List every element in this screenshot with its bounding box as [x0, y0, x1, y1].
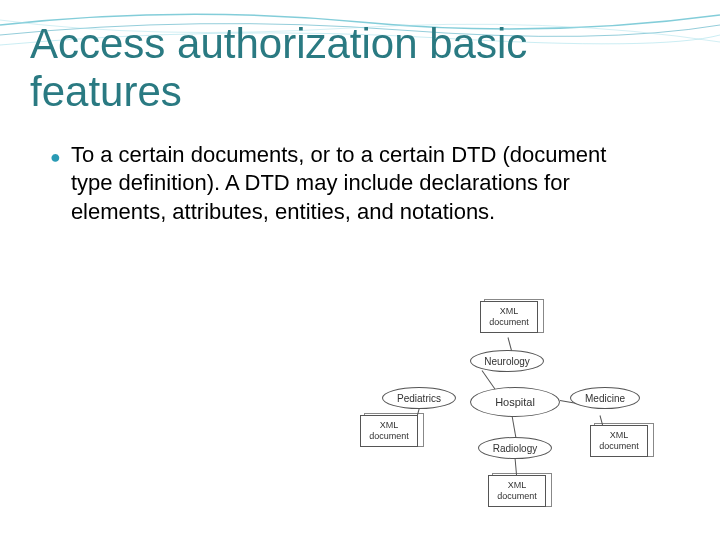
xml-doc-left: XML document — [360, 415, 418, 447]
xml-doc-top: XML document — [480, 301, 538, 333]
hospital-diagram: XML document Neurology XML document Pedi… — [360, 295, 660, 520]
xml-doc-label: XML document — [599, 430, 639, 451]
node-neurology: Neurology — [470, 350, 544, 372]
slide-content: Access authorization basic features ● To… — [0, 0, 720, 540]
xml-doc-label: XML document — [497, 480, 537, 501]
xml-doc-label: XML document — [369, 420, 409, 441]
node-label: Neurology — [484, 356, 530, 367]
node-hospital: Hospital — [470, 387, 560, 417]
node-radiology: Radiology — [478, 437, 552, 459]
slide-title: Access authorization basic features — [30, 20, 690, 117]
xml-doc-label: XML document — [489, 306, 529, 327]
node-label: Medicine — [585, 393, 625, 404]
bullet-icon: ● — [50, 143, 61, 171]
bullet-list: ● To a certain documents, or to a certai… — [50, 141, 650, 227]
node-label: Hospital — [495, 396, 535, 408]
node-label: Radiology — [493, 443, 537, 454]
xml-doc-bottom: XML document — [488, 475, 546, 507]
bullet-item: ● To a certain documents, or to a certai… — [50, 141, 650, 227]
node-pediatrics: Pediatrics — [382, 387, 456, 409]
xml-doc-right: XML document — [590, 425, 648, 457]
node-label: Pediatrics — [397, 393, 441, 404]
node-medicine: Medicine — [570, 387, 640, 409]
bullet-text: To a certain documents, or to a certain … — [71, 141, 650, 227]
